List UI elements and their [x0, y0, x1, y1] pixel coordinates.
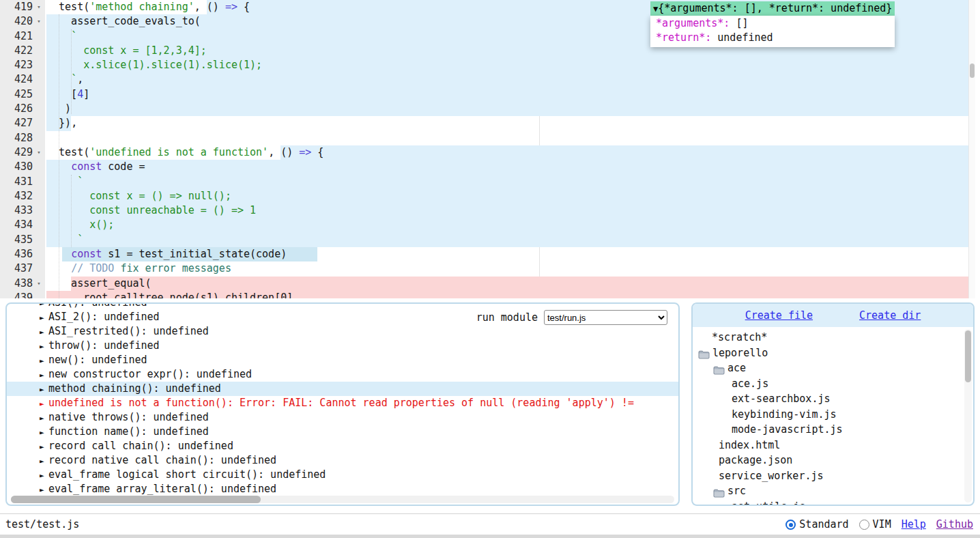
test-result-row[interactable]: ►eval_frame array_literal(): undefined — [7, 482, 678, 496]
tree-item[interactable]: src — [693, 483, 973, 499]
line-content[interactable]: ) — [45, 102, 968, 116]
line-content[interactable]: // TODO fix error messages — [45, 261, 968, 276]
test-result-row-partial[interactable]: ►ASI(): undefined — [7, 302, 678, 310]
fold-marker-icon[interactable]: ▾ — [33, 14, 45, 29]
editor-line[interactable]: 434 x(); — [0, 218, 968, 232]
editor-line[interactable]: 427 }), — [0, 116, 968, 130]
tree-item-label: *scratch* — [712, 330, 767, 345]
run-module-label: run module — [476, 311, 538, 324]
tree-item[interactable]: ext-searchbox.js — [693, 391, 973, 407]
editor-line[interactable]: 425 [4] — [0, 87, 968, 102]
editor-line[interactable]: 432 const x = () => null(); — [0, 189, 968, 203]
editor-line[interactable]: 424 `, — [0, 72, 968, 87]
radio-button-icon[interactable] — [786, 520, 796, 530]
expand-triangle-icon[interactable]: ► — [40, 339, 48, 354]
tree-item[interactable]: leporello — [693, 345, 973, 361]
eval-result-summary[interactable]: ▼{*arguments*: [], *return*: undefined} — [650, 1, 895, 16]
test-result-row[interactable]: ►ASI_restrited(): undefined — [7, 324, 678, 339]
line-content[interactable]: ` — [45, 233, 968, 247]
editor-line[interactable]: 437 // TODO fix error messages — [0, 261, 968, 276]
editor-line[interactable]: 436 const s1 = test_initial_state(code) — [0, 247, 968, 261]
status-link-help[interactable]: Help — [902, 514, 926, 535]
editor-line[interactable]: 430 const code = — [0, 160, 968, 174]
expand-triangle-icon[interactable]: ► — [40, 411, 48, 425]
fold-spacer — [33, 44, 45, 58]
line-content[interactable]: root_calltree_node(s1).children[0], — [45, 291, 968, 298]
tree-item[interactable]: mode-javascript.js — [693, 422, 973, 438]
fold-marker-icon[interactable]: ▾ — [33, 0, 45, 14]
file-tree-scrollbar[interactable] — [964, 329, 972, 502]
horizontal-scrollbar[interactable] — [11, 496, 674, 503]
create-dir-link[interactable]: Create dir — [859, 309, 921, 322]
editor-scrollbar[interactable] — [968, 0, 975, 298]
code-editor[interactable]: 419▾ test('method chaining', () => {420▾… — [0, 0, 980, 298]
status-link-github[interactable]: Github — [936, 514, 973, 535]
expand-triangle-icon[interactable]: ► — [40, 454, 48, 468]
expand-triangle-icon[interactable]: ► — [40, 325, 48, 339]
editor-line[interactable]: 435 ` — [0, 233, 968, 247]
line-content[interactable]: ` — [45, 175, 968, 189]
module-select[interactable]: test/run.js — [544, 310, 667, 325]
fold-marker-icon[interactable]: ▾ — [33, 277, 45, 291]
editor-line[interactable]: 431 ` — [0, 175, 968, 189]
editor-line[interactable]: 433 const unreachable = () => 1 — [0, 203, 968, 218]
editor-line[interactable]: 428 — [0, 131, 968, 145]
fold-marker-icon[interactable]: ▾ — [33, 145, 45, 160]
line-content[interactable]: assert_equal( — [45, 277, 968, 291]
test-result-row[interactable]: ►throw(): undefined — [7, 339, 678, 353]
tree-item[interactable]: ace — [693, 360, 973, 376]
expand-triangle-icon[interactable]: ► — [40, 483, 48, 497]
tree-item[interactable]: package.json — [693, 453, 973, 468]
test-result-row[interactable]: ►new constructor expr(): undefined — [7, 367, 678, 382]
folder-icon — [713, 487, 725, 496]
tree-item[interactable]: keybinding-vim.js — [693, 407, 973, 423]
editor-line[interactable]: 439 root_calltree_node(s1).children[0], — [0, 291, 968, 298]
line-number: 427 — [0, 116, 33, 130]
editor-scrollbar-thumb[interactable] — [970, 63, 975, 78]
line-content[interactable]: const code = — [45, 160, 968, 174]
line-content[interactable]: const x = () => null(); — [45, 189, 968, 203]
keybinding-option[interactable]: VIM — [859, 514, 891, 535]
create-file-link[interactable]: Create file — [745, 309, 813, 322]
test-result-row[interactable]: ►record call chain(): undefined — [7, 439, 678, 453]
expand-triangle-icon[interactable]: ► — [40, 440, 48, 454]
file-tree-scrollbar-thumb[interactable] — [965, 330, 971, 382]
keybinding-option[interactable]: Standard — [786, 514, 848, 535]
eval-result-entry[interactable]: *arguments*: [] — [656, 16, 889, 31]
test-result-row[interactable]: ►undefined is not a function(): Error: F… — [7, 396, 678, 410]
line-content[interactable]: const unreachable = () => 1 — [45, 203, 968, 218]
tree-item[interactable]: index.html — [693, 438, 973, 453]
test-result-row[interactable]: ►eval_frame logical short circuit(): und… — [7, 468, 678, 482]
line-content[interactable]: x(); — [45, 218, 968, 232]
test-result-row[interactable]: ►method chaining(): undefined — [7, 382, 678, 396]
line-content[interactable]: test('undefined is not a function', () =… — [45, 145, 968, 160]
line-content[interactable]: [4] — [45, 87, 968, 102]
line-content[interactable]: x.slice(1).slice(1).slice(1); — [45, 58, 968, 72]
expand-triangle-icon[interactable]: ► — [40, 425, 48, 440]
tree-item[interactable]: *scratch* — [693, 330, 973, 345]
line-content[interactable]: `, — [45, 72, 968, 87]
line-content[interactable]: const s1 = test_initial_state(code) — [45, 247, 968, 261]
editor-line[interactable]: 423 x.slice(1).slice(1).slice(1); — [0, 58, 968, 72]
expand-triangle-icon[interactable]: ► — [40, 368, 48, 382]
horizontal-scrollbar-thumb[interactable] — [11, 496, 261, 503]
test-result-row[interactable]: ►function name(): undefined — [7, 425, 678, 439]
expand-triangle-icon[interactable]: ► — [40, 382, 48, 397]
radio-button-icon[interactable] — [859, 520, 869, 530]
test-result-row[interactable]: ►native throws(): undefined — [7, 410, 678, 425]
test-result-row[interactable]: ►record native call chain(): undefined — [7, 453, 678, 468]
editor-line[interactable]: 438▾ assert_equal( — [0, 277, 968, 291]
test-result-row[interactable]: ►new(): undefined — [7, 353, 678, 367]
expand-triangle-icon[interactable]: ► — [40, 311, 48, 325]
line-content[interactable] — [45, 131, 968, 145]
editor-line[interactable]: 426 ) — [0, 102, 968, 116]
expand-triangle-icon[interactable]: ► — [40, 397, 48, 411]
editor-line[interactable]: 429▾ test('undefined is not a function',… — [0, 145, 968, 160]
eval-result-entry[interactable]: *return*: undefined — [656, 31, 889, 45]
tree-item[interactable]: ast_utils.js — [693, 499, 973, 507]
expand-triangle-icon[interactable]: ► — [40, 468, 48, 483]
expand-triangle-icon[interactable]: ► — [40, 354, 48, 368]
line-content[interactable]: }), — [45, 116, 968, 130]
tree-item[interactable]: service_worker.js — [693, 468, 973, 484]
tree-item[interactable]: ace.js — [693, 376, 973, 392]
